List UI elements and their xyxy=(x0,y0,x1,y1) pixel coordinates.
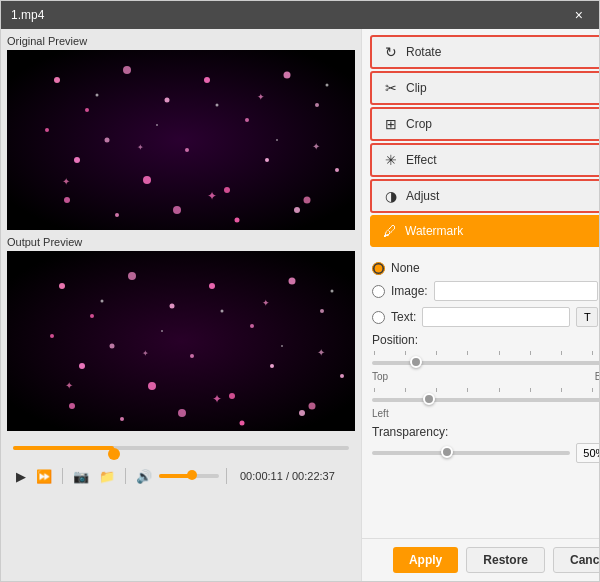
svg-point-20 xyxy=(115,213,119,217)
none-radio[interactable] xyxy=(372,262,385,275)
svg-point-61 xyxy=(281,345,283,347)
svg-point-57 xyxy=(299,410,305,416)
tick xyxy=(467,351,468,355)
svg-rect-35 xyxy=(7,251,355,431)
svg-point-40 xyxy=(209,283,215,289)
watermark-icon: 🖊 xyxy=(381,222,399,240)
svg-point-55 xyxy=(178,409,186,417)
none-row: None xyxy=(372,261,599,275)
svg-point-3 xyxy=(85,108,89,112)
watermark-button[interactable]: 🖊 Watermark xyxy=(370,215,599,247)
tick xyxy=(530,351,531,355)
svg-point-56 xyxy=(240,421,245,426)
adjust-icon: ◑ xyxy=(382,187,400,205)
progress-bar-container[interactable] xyxy=(13,446,349,460)
tick xyxy=(374,388,375,392)
fast-forward-button[interactable]: ⏩ xyxy=(33,469,55,484)
crop-label: Crop xyxy=(406,117,432,131)
svg-point-21 xyxy=(173,206,181,214)
preview-area: Original Preview xyxy=(1,29,361,581)
volume-track[interactable] xyxy=(159,474,219,478)
svg-point-38 xyxy=(128,272,136,280)
rotate-button[interactable]: ↻ Rotate xyxy=(370,35,599,69)
time-current: 00:00:11 xyxy=(240,470,283,482)
original-preview: ✦ ✦ ✦ ✦ ✦ xyxy=(7,50,355,230)
tick xyxy=(436,388,437,392)
svg-point-58 xyxy=(101,300,104,303)
none-label[interactable]: None xyxy=(391,261,420,275)
progress-thumb[interactable] xyxy=(108,448,120,460)
text-label[interactable]: Text: xyxy=(391,310,416,324)
output-preview-label: Output Preview xyxy=(7,236,355,248)
time-total: 00:22:37 xyxy=(292,470,335,482)
svg-point-47 xyxy=(148,382,156,390)
svg-point-11 xyxy=(74,157,80,163)
cancel-button[interactable]: Cancel xyxy=(553,547,599,573)
titlebar: 1.mp4 × xyxy=(1,1,599,29)
main-content: Original Preview xyxy=(1,29,599,581)
effect-button[interactable]: ✳ Effect xyxy=(370,143,599,177)
crop-button[interactable]: ⊞ Crop xyxy=(370,107,599,141)
tick xyxy=(592,351,593,355)
svg-point-39 xyxy=(170,304,175,309)
play-button[interactable]: ▶ xyxy=(13,469,29,484)
clip-button[interactable]: ✂ Clip xyxy=(370,71,599,105)
svg-point-6 xyxy=(204,77,210,83)
adjust-button[interactable]: ◑ Adjust xyxy=(370,179,599,213)
position-h-labels: Top Bottom xyxy=(372,371,599,382)
controls-area: ▶ ⏩ 📷 📁 🔊 00:00:11 / 00:22:37 xyxy=(7,437,355,492)
svg-text:✦: ✦ xyxy=(312,141,320,152)
svg-text:✦: ✦ xyxy=(317,347,325,358)
position-h-thumb[interactable] xyxy=(410,356,422,368)
clip-label: Clip xyxy=(406,81,427,95)
svg-point-54 xyxy=(120,417,124,421)
svg-point-49 xyxy=(229,393,235,399)
watermark-options: None Image: … Text: T Po xyxy=(362,253,599,538)
snapshot-button[interactable]: 📷 xyxy=(70,469,92,484)
svg-text:✦: ✦ xyxy=(207,189,217,203)
mute-button[interactable]: 🔊 xyxy=(133,469,155,484)
image-radio[interactable] xyxy=(372,285,385,298)
svg-point-41 xyxy=(250,324,254,328)
footer: Apply Restore Cancel xyxy=(362,538,599,581)
restore-button[interactable]: Restore xyxy=(466,547,545,573)
position-v-thumb[interactable] xyxy=(423,393,435,405)
close-button[interactable]: × xyxy=(569,6,589,24)
rotate-label: Rotate xyxy=(406,45,441,59)
separator-1 xyxy=(62,468,63,484)
position-v-track[interactable] xyxy=(372,398,599,402)
svg-point-62 xyxy=(331,290,334,293)
svg-point-48 xyxy=(190,354,194,358)
effect-label: Effect xyxy=(406,153,436,167)
text-font-button[interactable]: T xyxy=(576,307,598,327)
apply-button[interactable]: Apply xyxy=(393,547,458,573)
svg-point-25 xyxy=(156,124,158,126)
volume-thumb[interactable] xyxy=(187,470,197,480)
svg-point-7 xyxy=(245,118,249,122)
svg-point-59 xyxy=(161,330,163,332)
image-input[interactable] xyxy=(434,281,599,301)
main-window: 1.mp4 × Original Preview xyxy=(0,0,600,582)
effect-icon: ✳ xyxy=(382,151,400,169)
transparency-track[interactable] xyxy=(372,451,570,455)
tick xyxy=(561,388,562,392)
text-row: Text: T xyxy=(372,307,599,327)
text-radio[interactable] xyxy=(372,311,385,324)
image-label[interactable]: Image: xyxy=(391,284,428,298)
transparency-thumb[interactable] xyxy=(441,446,453,458)
transparency-select[interactable]: 50% 25% 75% 100% xyxy=(576,443,599,463)
playback-controls: ▶ ⏩ 📷 📁 🔊 00:00:11 / 00:22:37 xyxy=(13,464,349,488)
svg-point-10 xyxy=(45,128,49,132)
svg-point-17 xyxy=(304,197,311,204)
text-input[interactable] xyxy=(422,307,570,327)
svg-rect-1 xyxy=(7,50,355,230)
svg-point-36 xyxy=(59,283,65,289)
svg-point-53 xyxy=(69,403,75,409)
svg-text:✦: ✦ xyxy=(137,143,144,152)
output-preview: ✦ ✦ ✦ ✦ ✦ xyxy=(7,251,355,431)
position-h-track[interactable] xyxy=(372,361,599,365)
svg-point-46 xyxy=(110,344,115,349)
svg-point-8 xyxy=(284,72,291,79)
original-preview-label: Original Preview xyxy=(7,35,355,47)
folder-button[interactable]: 📁 xyxy=(96,469,118,484)
